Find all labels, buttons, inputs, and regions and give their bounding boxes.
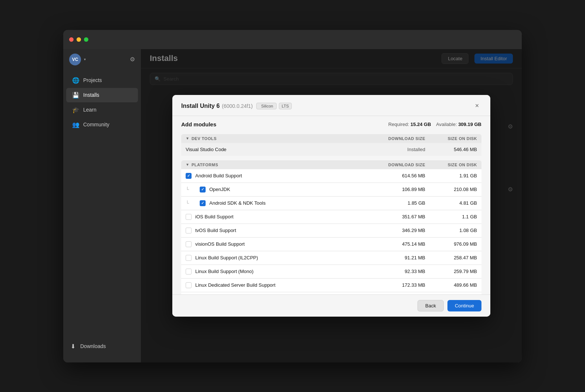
install-dialog: Install Unity 6 (6000.0.24f1) Silicon LT… (172, 95, 490, 317)
size-on-disk-value: 976.09 MB (425, 241, 477, 247)
download-size-value: 106.89 MB (373, 187, 425, 192)
table-row: iOS Build Support 351.67 MB 1.1 GB (181, 210, 481, 224)
size-on-disk-value: 4.81 GB (425, 200, 477, 206)
title-bar (63, 30, 522, 49)
sidebar-item-label: Learn (83, 107, 97, 113)
download-size-value: 351.67 MB (373, 214, 425, 219)
dialog-body: ▼ DEV TOOLS DOWNLOAD SIZE SIZE ON DISK (172, 131, 490, 294)
col-header-size-dev: SIZE ON DISK (425, 136, 477, 141)
tvos-checkbox[interactable] (186, 228, 192, 234)
table-row: Linux Build Support (IL2CPP) 91.21 MB 25… (181, 251, 481, 265)
maximize-traffic-light[interactable] (84, 37, 88, 42)
section-label-platforms: PLATFORMS (192, 163, 218, 167)
size-on-disk-value: 210.08 MB (425, 187, 477, 192)
row-label: Linux Dedicated Server Build Support (195, 282, 275, 288)
android-checkbox[interactable] (186, 173, 192, 179)
download-size-value: 1.85 GB (373, 200, 425, 206)
col-header-download-dev: DOWNLOAD SIZE (373, 136, 425, 141)
dev-tools-section: ▼ DEV TOOLS DOWNLOAD SIZE SIZE ON DISK (181, 134, 481, 156)
back-button[interactable]: Back (417, 300, 444, 311)
row-label: Linux Build Support (IL2CPP) (195, 255, 258, 260)
projects-icon: 🌐 (72, 77, 80, 84)
size-on-disk-value: 546.46 MB (425, 147, 477, 152)
available-label: Available: (436, 122, 457, 127)
row-left: Visual Studio Code (186, 147, 373, 152)
sidebar-item-downloads[interactable]: ⬇ Downloads (66, 339, 138, 354)
ios-checkbox[interactable] (186, 214, 192, 220)
required-value: 15.24 GB (410, 122, 431, 127)
table-row: tvOS Build Support 346.29 MB 1.08 GB (181, 224, 481, 238)
linux-server-checkbox[interactable] (186, 282, 192, 288)
android-sdk-ndk-checkbox[interactable] (200, 200, 206, 206)
sidebar-item-community[interactable]: 👥 Community (66, 117, 138, 132)
main-layout: VC ▾ ⚙ 🌐 Projects 💾 Installs 🎓 Learn (63, 49, 522, 362)
row-label: tvOS Build Support (195, 228, 236, 233)
linux-mono-checkbox[interactable] (186, 269, 192, 275)
download-size-value: 614.56 MB (373, 173, 425, 178)
sidebar-item-label: Community (83, 122, 109, 127)
platforms-section: ▼ PLATFORMS DOWNLOAD SIZE SIZE ON DISK (181, 160, 481, 294)
col-header-download-plat: DOWNLOAD SIZE (373, 163, 425, 167)
row-label: iOS Build Support (195, 214, 233, 219)
dev-tools-section-header: ▼ DEV TOOLS DOWNLOAD SIZE SIZE ON DISK (181, 134, 481, 143)
table-row: └ OpenJDK 106.89 MB 210.08 MB (181, 183, 481, 197)
section-header-left: ▼ PLATFORMS (186, 163, 373, 167)
sidebar-item-projects[interactable]: 🌐 Projects (66, 73, 138, 88)
size-on-disk-value: 1.08 GB (425, 228, 477, 233)
visionos-checkbox[interactable] (186, 241, 192, 247)
table-row: visionOS Build Support 475.14 MB 976.09 … (181, 238, 481, 251)
size-on-disk-value: 489.66 MB (425, 282, 477, 288)
row-label: OpenJDK (209, 187, 230, 192)
indent-connector-icon: └ (186, 200, 196, 206)
continue-button[interactable]: Continue (447, 300, 481, 311)
dialog-header: Install Unity 6 (6000.0.24f1) Silicon LT… (172, 95, 490, 116)
installed-label: Installed (373, 147, 425, 152)
table-row: └ Android SDK & NDK Tools 1.85 GB 4.81 G… (181, 197, 481, 210)
content-area: Installs Locate Install Editor 🔍 Search … (141, 49, 522, 362)
row-label: Android Build Support (195, 173, 242, 178)
row-left: Linux Build Support (IL2CPP) (186, 255, 373, 261)
modules-header: Add modules Required: 15.24 GB Available… (172, 116, 490, 131)
linux-il2cpp-checkbox[interactable] (186, 255, 192, 261)
storage-info: Required: 15.24 GB Available: 309.19 GB (388, 122, 481, 127)
row-left: Linux Dedicated Server Build Support (186, 282, 373, 288)
sidebar-item-installs[interactable]: 💾 Installs (66, 88, 138, 102)
section-toggle-icon[interactable]: ▼ (186, 163, 189, 167)
table-container: ▼ DEV TOOLS DOWNLOAD SIZE SIZE ON DISK (172, 134, 490, 294)
sidebar-bottom: ⬇ Downloads (63, 336, 141, 357)
dialog-close-button[interactable]: × (473, 102, 481, 110)
downloads-icon: ⬇ (69, 343, 77, 350)
row-left: Android Build Support (186, 173, 373, 179)
sidebar-item-label: Installs (83, 92, 99, 98)
indent-connector-icon: └ (186, 187, 196, 192)
required-label: Required: (388, 122, 409, 127)
user-profile[interactable]: VC ▾ ⚙ (63, 49, 141, 70)
row-label: Visual Studio Code (186, 147, 226, 152)
table-row: Linux Dedicated Server Build Support 172… (181, 279, 481, 292)
size-on-disk-value: 258.47 MB (425, 255, 477, 260)
table-row: Visual Studio Code Installed 546.46 MB (181, 143, 481, 156)
size-on-disk-value: 259.79 MB (425, 269, 477, 274)
row-left: Linux Build Support (Mono) (186, 269, 373, 275)
row-label: visionOS Build Support (195, 241, 245, 247)
download-size-value: 172.33 MB (373, 282, 425, 288)
section-toggle-icon[interactable]: ▼ (186, 136, 189, 140)
size-on-disk-value: 1.1 GB (425, 214, 477, 219)
openjdk-checkbox[interactable] (200, 187, 206, 192)
col-header-size-plat: SIZE ON DISK (425, 163, 477, 167)
row-left: └ Android SDK & NDK Tools (186, 200, 373, 206)
sidebar-item-learn[interactable]: 🎓 Learn (66, 103, 138, 117)
size-on-disk-value: 1.91 GB (425, 173, 477, 178)
community-icon: 👥 (72, 121, 80, 128)
sidebar-item-label: Projects (83, 77, 102, 83)
dialog-footer: Back Continue (172, 294, 490, 317)
learn-icon: 🎓 (72, 106, 80, 113)
settings-icon[interactable]: ⚙ (130, 56, 135, 63)
download-size-value: 475.14 MB (373, 241, 425, 247)
sidebar: VC ▾ ⚙ 🌐 Projects 💾 Installs 🎓 Learn (63, 49, 141, 362)
minimize-traffic-light[interactable] (77, 37, 81, 42)
available-value: 309.19 GB (458, 122, 481, 127)
download-size-value: 92.33 MB (373, 269, 425, 274)
silicon-badge: Silicon (256, 103, 276, 109)
close-traffic-light[interactable] (69, 37, 74, 42)
